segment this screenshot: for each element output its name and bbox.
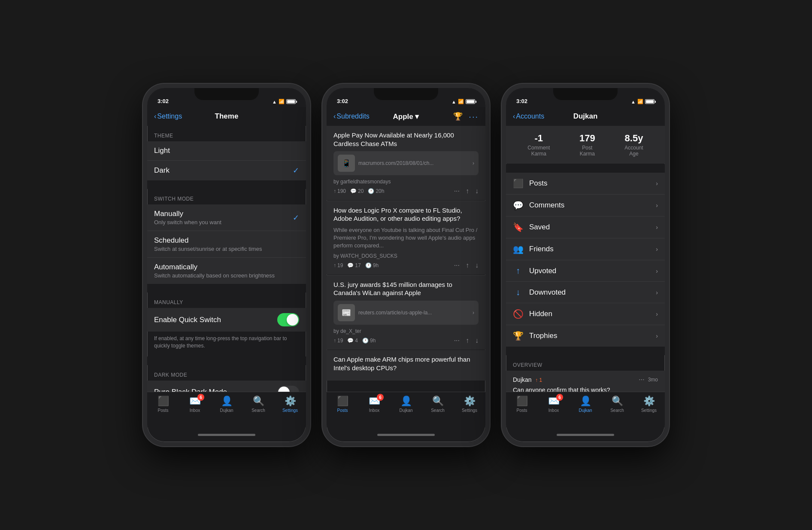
tab-dujkan-label-1: Dujkan (220, 408, 233, 413)
tab-posts-label-1: Posts (158, 408, 168, 413)
post-buttons-1: ··· ↑ ↓ (454, 187, 479, 195)
upvote-btn-3[interactable]: ↑ (466, 337, 469, 344)
post-3[interactable]: U.S. jury awards $145 million damages to… (327, 275, 485, 350)
downvoted-menu-icon: ↓ (513, 287, 523, 297)
tab-bar-2: ⬛ Posts ✉️ 6 Inbox 👤 Dujkan 🔍 Search ⚙️ … (327, 392, 485, 427)
tab-search-3[interactable]: 🔍 Search (601, 395, 633, 413)
menu-comments[interactable]: 💬 Comments › (506, 195, 665, 216)
scroll-2[interactable]: Apple Pay Now Available at Nearly 16,000… (327, 126, 485, 392)
tab-inbox-label-2: Inbox (369, 408, 379, 413)
trophy-icon[interactable]: 🏆 (453, 112, 463, 121)
more-icon-2[interactable]: ··· (469, 112, 479, 122)
menu-upvoted[interactable]: ↑ Upvoted › (506, 260, 665, 282)
upvoted-menu-icon: ↑ (513, 266, 523, 276)
tab-settings-3[interactable]: ⚙️ Settings (633, 395, 665, 413)
upvote-btn-1[interactable]: ↑ (466, 187, 469, 195)
nav-right-2: 🏆 ··· (453, 112, 479, 122)
tab-dujkan-1[interactable]: 👤 Dujkan (211, 395, 242, 413)
stat-account-age: 8.5y AccountAge (624, 133, 643, 157)
more-dots-2[interactable]: ··· (454, 262, 460, 269)
tab-search-label-1: Search (251, 408, 265, 413)
tab-inbox-1[interactable]: ✉️ 6 Inbox (179, 395, 211, 413)
friends-menu-icon: 👥 (513, 244, 523, 254)
saved-chevron: › (656, 224, 658, 231)
post-4[interactable]: Can Apple make ARM chips more powerful t… (327, 350, 485, 381)
nav-title-2: Apple ▾ (393, 112, 419, 121)
tab-search-2[interactable]: 🔍 Search (422, 395, 454, 413)
downvote-btn-2[interactable]: ↓ (475, 262, 479, 269)
tab-search-1[interactable]: 🔍 Search (242, 395, 274, 413)
overview-post[interactable]: Dujkan ↑ 1 ··· 3mo Can anyone confirm th… (506, 371, 665, 392)
battery-icon-2 (466, 99, 475, 104)
tab-posts-3[interactable]: ⬛ Posts (506, 395, 538, 413)
tab-posts-1[interactable]: ⬛ Posts (147, 395, 179, 413)
status-icons-1: ▲ 📶 (272, 99, 296, 104)
inbox-badge-1: 6 (197, 394, 204, 401)
tab-posts-2[interactable]: ⬛ Posts (327, 395, 358, 413)
scroll-1[interactable]: THEME Light Dark ✓ SWITCH MODE Manually … (147, 126, 306, 392)
time-2: 3:02 (337, 98, 348, 104)
downvote-btn-3[interactable]: ↓ (475, 337, 479, 344)
home-indicator-1 (147, 427, 306, 442)
tab-posts-label-2: Posts (337, 408, 348, 413)
nav-bar-1: ‹Settings Theme (147, 107, 306, 126)
downvote-btn-1[interactable]: ↓ (475, 187, 479, 195)
tab-settings-2[interactable]: ⚙️ Settings (454, 395, 485, 413)
upvote-stat-1: ↑ 190 (333, 188, 346, 194)
mode-auto[interactable]: Automatically Switch automatically based… (147, 258, 306, 284)
menu-downvoted[interactable]: ↓ Downvoted › (506, 282, 665, 303)
back-button-1[interactable]: ‹Settings (154, 113, 182, 120)
comment-karma-label: CommentKarma (527, 145, 550, 157)
tab-dujkan-3[interactable]: 👤 Dujkan (570, 395, 601, 413)
post-buttons-2: ··· ↑ ↓ (454, 262, 479, 269)
tab-settings-1[interactable]: ⚙️ Settings (274, 395, 306, 413)
screen-1: THEME Light Dark ✓ SWITCH MODE Manually … (147, 126, 306, 442)
pure-black-row: Pure Black Dark Mode (147, 381, 306, 392)
link-chevron-3: › (473, 310, 474, 316)
mode-scheduled[interactable]: Scheduled Switch at sunset/sunrise or at… (147, 231, 306, 258)
overview-content: Can anyone confirm that this works? (513, 386, 658, 392)
back-button-3[interactable]: ‹Accounts (513, 113, 544, 120)
dujkan-icon-2: 👤 (400, 396, 412, 407)
scroll-3[interactable]: -1 CommentKarma 179 PostKarma 8.5y Accou… (506, 126, 665, 392)
tab-settings-label-3: Settings (641, 408, 657, 413)
section-theme-header: THEME (147, 126, 306, 141)
post-2[interactable]: How does Logic Pro X compare to FL Studi… (327, 201, 485, 275)
section-switch-header: SWITCH MODE (147, 189, 306, 204)
menu-hidden[interactable]: 🚫 Hidden › (506, 303, 665, 325)
menu-trophies[interactable]: 🏆 Trophies › (506, 325, 665, 347)
post-link-1[interactable]: 📱 macrumors.com/2018/08/01/ch... › (333, 151, 479, 175)
home-indicator-2 (327, 427, 485, 442)
comment-stat-1: 💬 20 (350, 188, 364, 194)
more-dots-3[interactable]: ··· (454, 337, 460, 344)
tab-posts-label-3: Posts (516, 408, 527, 413)
back-button-2[interactable]: ‹Subreddits (333, 113, 370, 120)
post-link-3[interactable]: 📰 reuters.com/article/us-apple-la... › (333, 301, 479, 325)
tab-dujkan-2[interactable]: 👤 Dujkan (390, 395, 422, 413)
post-1[interactable]: Apple Pay Now Available at Nearly 16,000… (327, 126, 485, 200)
overview-post-header: Dujkan ↑ 1 ··· 3mo (513, 376, 658, 384)
menu-saved[interactable]: 🔖 Saved › (506, 216, 665, 238)
post-stats-2: ↑ 19 💬 17 🕐 9h (333, 262, 379, 268)
notch-3 (553, 88, 618, 100)
switch-mode-list: Manually Only switch when you want ✓ Sch… (147, 204, 306, 284)
menu-posts[interactable]: ⬛ Posts › (506, 173, 665, 195)
account-menu: ⬛ Posts › 💬 Comments › 🔖 Saved (506, 173, 665, 347)
post-thumb-3: 📰 (338, 304, 355, 321)
hidden-chevron: › (656, 311, 658, 317)
mode-manually[interactable]: Manually Only switch when you want ✓ (147, 204, 306, 231)
tab-inbox-2[interactable]: ✉️ 6 Inbox (358, 395, 390, 413)
comment-stat-3: 💬 4 (347, 338, 358, 344)
quick-switch-toggle[interactable] (277, 313, 299, 326)
upvote-btn-2[interactable]: ↑ (466, 262, 469, 269)
tab-inbox-3[interactable]: ✉️ 6 Inbox (538, 395, 570, 413)
search-icon-2: 🔍 (432, 396, 444, 407)
pure-black-toggle[interactable] (277, 386, 299, 392)
theme-dark[interactable]: Dark ✓ (147, 161, 306, 180)
menu-friends[interactable]: 👥 Friends › (506, 238, 665, 260)
more-dots-1[interactable]: ··· (454, 187, 460, 195)
dark-checkmark: ✓ (293, 166, 299, 175)
overview-dots[interactable]: ··· (639, 376, 644, 384)
theme-light[interactable]: Light (147, 141, 306, 161)
post-stats-3: ↑ 19 💬 4 🕐 9h (333, 338, 376, 344)
